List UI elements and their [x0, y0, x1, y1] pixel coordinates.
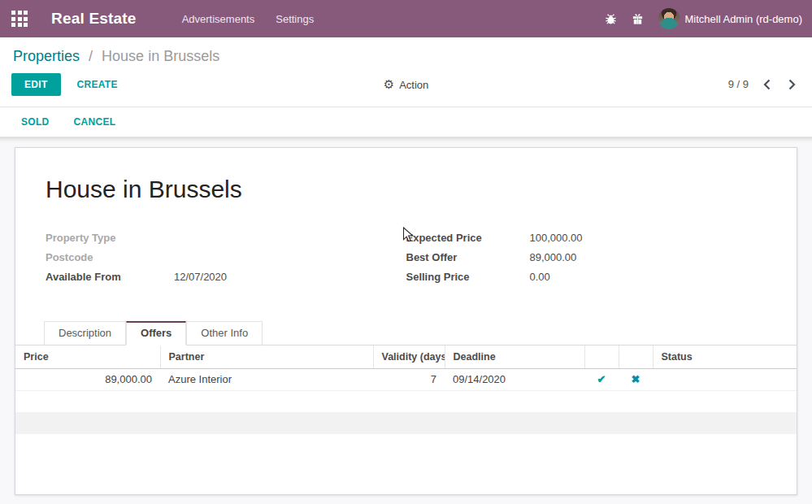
chevron-left-icon — [763, 79, 771, 90]
navbar-right: Mitchell Admin (rd-demo) — [605, 8, 803, 29]
refuse-offer-icon[interactable]: ✖ — [632, 373, 640, 385]
field-value: 89,000.00 — [530, 251, 577, 264]
pager-previous-button[interactable] — [760, 79, 774, 90]
breadcrumb-parent[interactable]: Properties — [13, 48, 80, 64]
top-navbar: Real Estate Advertisements Settings — [0, 0, 812, 37]
field-value: 100,000.00 — [530, 232, 583, 245]
action-label: Action — [399, 79, 428, 91]
user-avatar — [658, 8, 680, 29]
field-label: Property Type — [46, 232, 174, 245]
cancel-button[interactable]: CANCEL — [74, 116, 116, 128]
field-label: Postcode — [46, 251, 174, 264]
user-name: Mitchell Admin (rd-demo) — [685, 13, 803, 25]
offer-row[interactable]: 89,000.00 Azure Interior 7 09/14/2020 ✔ … — [15, 368, 797, 390]
field-groups: Property Type Postcode Available From 12… — [46, 232, 766, 290]
column-header-validity[interactable]: Validity (days) — [373, 345, 445, 368]
column-header-accept — [584, 345, 619, 368]
field-expected-price: Expected Price 100,000.00 — [406, 232, 767, 245]
create-button[interactable]: CREATE — [77, 79, 118, 90]
control-panel: Properties / House in Brussels EDIT CREA… — [0, 37, 812, 107]
action-menu-wrapper: ⚙ Action — [0, 71, 812, 98]
empty-table-row — [15, 434, 797, 456]
menu-item-settings[interactable]: Settings — [276, 13, 314, 25]
field-label: Selling Price — [406, 271, 530, 284]
navbar-menu: Advertisements Settings — [182, 13, 315, 25]
column-header-refuse — [619, 345, 653, 368]
empty-table-row — [15, 412, 797, 434]
apps-grid-icon — [11, 11, 28, 27]
form-sheet: House in Brussels Property Type Postcode… — [15, 147, 797, 495]
edit-button[interactable]: EDIT — [11, 73, 61, 96]
column-header-status[interactable]: Status — [653, 345, 797, 368]
field-property-type: Property Type — [46, 232, 406, 245]
field-postcode: Postcode — [46, 251, 406, 264]
field-available-from: Available From 12/07/2020 — [46, 271, 406, 284]
user-menu[interactable]: Mitchell Admin (rd-demo) — [658, 8, 803, 29]
offers-header-row: Price Partner Validity (days) Deadline S… — [15, 345, 797, 368]
tab-list: Description Offers Other Info — [15, 321, 797, 345]
bug-icon[interactable] — [605, 13, 617, 25]
chevron-right-icon — [788, 79, 796, 90]
gear-icon: ⚙ — [384, 77, 394, 92]
offer-price-cell: 89,000.00 — [15, 368, 160, 390]
field-column-left: Property Type Postcode Available From 12… — [46, 232, 406, 290]
control-buttons-row: EDIT CREATE ⚙ Action 9 / 9 — [0, 71, 812, 106]
field-column-right: Expected Price 100,000.00 Best Offer 89,… — [406, 232, 767, 290]
notebook: Description Offers Other Info Price Part… — [15, 321, 797, 456]
empty-table-row — [15, 390, 797, 412]
gift-icon[interactable] — [632, 13, 644, 25]
pager: 9 / 9 — [728, 78, 799, 90]
column-header-deadline[interactable]: Deadline — [445, 345, 584, 368]
field-value: 12/07/2020 — [174, 271, 227, 284]
action-menu[interactable]: ⚙ Action — [384, 77, 429, 92]
app-brand[interactable]: Real Estate — [51, 10, 137, 28]
form-statusbar: SOLD CANCEL — [0, 107, 812, 137]
column-header-price[interactable]: Price — [15, 345, 160, 368]
breadcrumb-current: House in Brussels — [102, 48, 219, 64]
accept-offer-icon[interactable]: ✔ — [597, 373, 606, 385]
offer-validity-cell: 7 — [373, 368, 445, 390]
column-header-partner[interactable]: Partner — [160, 345, 373, 368]
sold-button[interactable]: SOLD — [21, 116, 50, 128]
field-label: Expected Price — [406, 232, 530, 245]
breadcrumb: Properties / House in Brussels — [0, 37, 812, 71]
pager-next-button[interactable] — [785, 79, 799, 90]
pager-value: 9 / 9 — [728, 78, 749, 90]
breadcrumb-separator: / — [89, 48, 93, 64]
offer-deadline-cell: 09/14/2020 — [445, 368, 584, 390]
offer-partner-cell: Azure Interior — [160, 368, 373, 390]
field-label: Best Offer — [406, 251, 530, 264]
offers-table: Price Partner Validity (days) Deadline S… — [15, 345, 797, 456]
field-label: Available From — [46, 271, 174, 284]
menu-item-advertisements[interactable]: Advertisements — [182, 13, 255, 25]
field-value: 0.00 — [530, 271, 550, 284]
tab-other-info[interactable]: Other Info — [186, 321, 263, 345]
record-title: House in Brussels — [46, 175, 766, 204]
offer-status-cell — [653, 368, 797, 390]
content-area: House in Brussels Property Type Postcode… — [0, 137, 812, 504]
apps-menu-icon[interactable] — [11, 11, 28, 27]
field-selling-price: Selling Price 0.00 — [406, 271, 767, 284]
tab-description[interactable]: Description — [44, 321, 126, 345]
tab-offers[interactable]: Offers — [126, 321, 186, 345]
field-best-offer: Best Offer 89,000.00 — [406, 251, 767, 264]
